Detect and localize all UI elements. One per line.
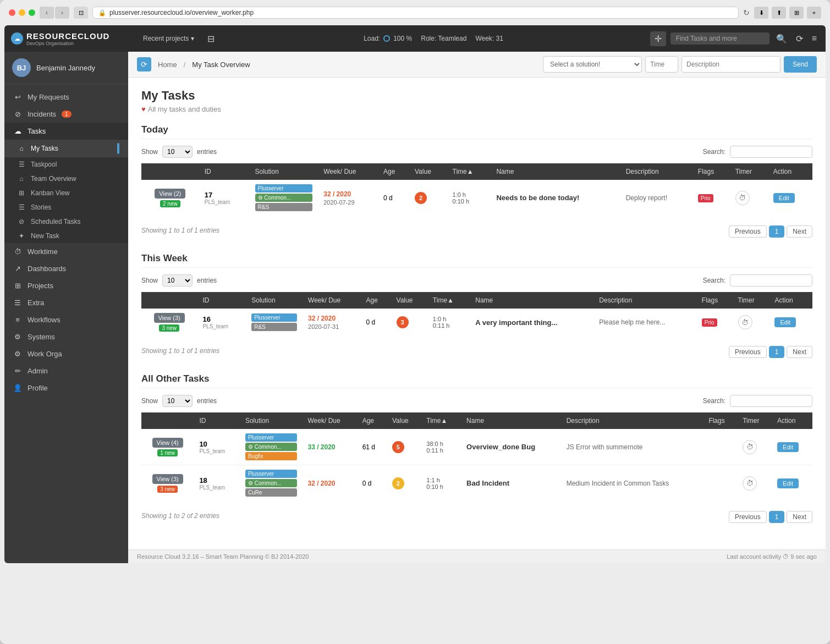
today-search-input[interactable] [730,146,812,158]
sidebar-item-extra[interactable]: ☰ Extra [4,294,128,311]
sidebar-item-team-overview[interactable]: ⌂ Team Overview [4,172,128,186]
today-view-button[interactable]: View (2) [155,189,185,199]
th-timer: Timer [737,412,772,429]
all-other-row2-timer-button[interactable]: ⏱ [743,476,757,491]
tab-view-button[interactable]: ⊡ [74,7,88,19]
crosshair-button[interactable]: ✛ [650,31,666,46]
sidebar-item-worktime[interactable]: ⏱ Worktime [4,243,128,260]
today-next-button[interactable]: Next [787,225,812,238]
grid-menu-button[interactable]: ⊟ [205,31,217,46]
main-content: My Tasks ♥ All my tasks and duties Today… [128,78,826,549]
today-row-edit-button[interactable]: Edit [773,193,795,203]
sidebar-item-projects[interactable]: ⊞ Projects [4,277,128,294]
th-flags: Flags [692,163,730,180]
sidebar-item-my-requests[interactable]: ↩ My Requests [4,89,128,106]
today-prev-button[interactable]: Previous [729,225,767,238]
today-page-1-button[interactable]: 1 [769,225,785,238]
sidebar-item-scheduled-tasks[interactable]: ⊘ Scheduled Tasks [4,214,128,229]
new-tab-button[interactable]: ⊞ [789,7,804,19]
this-week-page-1-button[interactable]: 1 [769,346,785,358]
this-week-table: ID Solution Week/ Due Age Value Time▲ Na… [141,292,812,336]
sidebar-item-new-task[interactable]: ✦ New Task [4,229,128,243]
this-week-row-edit-button[interactable]: Edit [774,317,796,327]
solution-tag: CuRe [245,488,297,497]
download-button[interactable]: ⬇ [754,7,768,19]
sidebar-item-dashboards[interactable]: ↗ Dashboards [4,260,128,277]
role-label: Role: Teamlead [421,35,466,42]
this-week-row-description: Please help me here... [599,318,665,326]
global-search-input[interactable] [670,32,769,45]
back-button[interactable]: ‹ [40,7,54,19]
solution-select[interactable]: Select a solution! [543,56,642,73]
all-other-row1-week: 33 / 2020 [308,443,351,451]
th-description: Description [620,163,692,180]
all-other-row1-flag [703,429,737,465]
sidebar-item-taskpool[interactable]: ☰ Taskpool [4,157,128,172]
sidebar-item-systems[interactable]: ⚙ Systems [4,328,128,345]
hamburger-menu-button[interactable]: ≡ [810,31,819,46]
all-other-view-button-2[interactable]: View (3) [152,474,183,484]
th-age: Age [378,163,409,180]
sidebar-item-tasks[interactable]: ☁ Tasks [4,123,128,140]
all-other-entries-select[interactable]: 10 [162,395,193,407]
incidents-badge: 1 [62,111,72,118]
this-week-row-value: 3 [397,316,409,328]
logo-text: RESOURCECLOUD [26,31,109,41]
show-label: Show [141,148,158,156]
all-other-next-button[interactable]: Next [787,511,812,523]
add-button[interactable]: + [807,7,821,19]
today-section: Today Show 10 entries Search: [141,124,812,238]
this-week-next-button[interactable]: Next [787,346,812,358]
projects-menu-button[interactable]: Recent projects ▾ [139,32,199,45]
time-input[interactable] [645,56,678,73]
refresh-button[interactable]: ⟳ [794,31,805,46]
breadcrumb-home-icon[interactable]: ⟳ [137,57,151,71]
sidebar-item-work-orga[interactable]: ⚙ Work Orga [4,345,128,362]
th-solution: Solution [240,412,303,429]
all-other-row1-timer-button[interactable]: ⏱ [743,440,757,454]
sidebar-item-kanban[interactable]: ⊞ Kanban View [4,186,128,200]
this-week-row-team: PLS_team [202,323,240,329]
reload-button[interactable]: ↻ [743,8,750,17]
sidebar-item-profile[interactable]: 👤 Profile [4,379,128,397]
sidebar-item-workflows[interactable]: ≡ Workflows [4,311,128,328]
this-week-row-timer-button[interactable]: ⏱ [738,315,752,329]
today-row-timer-button[interactable]: ⏱ [735,191,750,205]
sidebar-nav: ↩ My Requests ⊘ Incidents 1 ☁ Tasks [4,84,128,401]
all-other-row2-edit-button[interactable]: Edit [777,478,799,488]
sidebar-item-stories[interactable]: ☰ Stories [4,200,128,214]
today-new-badge: 2 new [160,200,180,207]
all-other-row1-edit-button[interactable]: Edit [777,442,799,452]
this-week-entries-select[interactable]: 10 [162,274,193,287]
today-entries-select[interactable]: 10 [162,146,193,158]
logo-sub: DevOps Organisation [26,41,109,46]
sidebar-item-admin[interactable]: ✏ Admin [4,362,128,379]
all-other-row2-name: Bad Incident [466,479,509,487]
th-value: Value [391,292,427,309]
forward-button[interactable]: › [55,7,69,19]
description-input[interactable] [681,56,780,73]
this-week-row-id: 16 [202,315,240,323]
this-week-row-age: 0 d [360,309,391,336]
today-row-id: 17 [205,191,244,199]
th-description: Description [561,412,703,429]
all-other-prev-button[interactable]: Previous [729,511,767,523]
breadcrumb-home[interactable]: Home [158,60,177,69]
all-other-row2-value: 2 [392,477,404,489]
send-button[interactable]: Send [784,56,817,73]
sidebar-item-my-tasks[interactable]: ⌂ My Tasks [4,140,128,157]
this-week-view-button[interactable]: View (3) [154,313,185,323]
admin-icon: ✏ [13,367,22,375]
all-other-row1-name: Overview_done Bug [466,443,535,451]
sidebar-item-incidents[interactable]: ⊘ Incidents 1 [4,106,128,123]
th-week-due: Week/ Due [303,412,357,429]
all-other-search-input[interactable] [730,395,812,407]
today-pagination: Previous 1 Next [729,225,812,238]
share-button[interactable]: ⬆ [772,7,786,19]
search-button[interactable]: 🔍 [774,31,789,46]
this-week-search-input[interactable] [730,274,812,287]
all-other-page-1-button[interactable]: 1 [769,511,785,523]
solution-tag: Plusserver [251,313,297,322]
this-week-prev-button[interactable]: Previous [729,346,767,358]
all-other-view-button-1[interactable]: View (4) [152,438,183,448]
